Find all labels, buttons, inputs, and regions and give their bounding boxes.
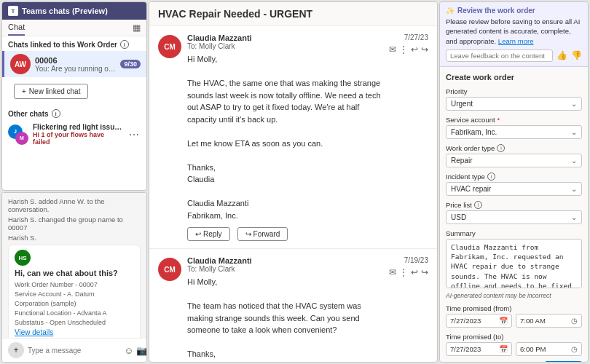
linked-chat-item[interactable]: AW 00006 You: Are you running on time? 9…	[2, 51, 146, 77]
system-msg-3: Harish S.	[8, 234, 141, 242]
filter-icon[interactable]: ▦	[133, 23, 141, 33]
price-list-select[interactable]: USD ⌄	[446, 210, 582, 224]
bubble-meta-3: Corporation (sample)	[15, 300, 134, 307]
sparkle-icon: ✨	[446, 7, 455, 15]
work-order-type-label-text: Work order type	[446, 144, 495, 152]
time-from-date-value: 7/27/2023	[450, 317, 481, 325]
email-to-1: To: Molly Clark	[187, 42, 383, 50]
email-icons-2: ✉ ⋮ ↩ ↪	[389, 267, 428, 277]
reply-quick-icon-1[interactable]: ↩	[411, 44, 418, 55]
summary-group: Summary Claudia Mazzanti from Fabrikam, …	[446, 229, 582, 299]
email-to-2: To: Molly Clark	[187, 265, 383, 273]
form-title: Create work order	[446, 73, 582, 82]
left-panel: T Teams chats (Preview) Chat ▦ Chats lin…	[1, 1, 147, 363]
email-panel-title: HVAC Repair Needed - URGENT	[149, 2, 437, 26]
forward-button-1[interactable]: ↪ Forward	[237, 227, 288, 241]
linked-info-icon[interactable]: i	[120, 40, 129, 49]
email-content-2: Claudia Mazzanti To: Molly Clark Hi Moll…	[187, 256, 383, 362]
summary-textarea[interactable]: Claudia Mazzanti from Fabrikam, Inc. req…	[446, 239, 582, 288]
time-from-time-value: 7:00 AM	[520, 317, 546, 325]
work-order-type-group: Work order type i Repair ⌄	[446, 144, 582, 167]
tab-chat[interactable]: Chat	[8, 20, 25, 36]
price-list-info-icon[interactable]: i	[474, 201, 482, 209]
work-order-type-label: Work order type i	[446, 144, 582, 152]
email-sender-1: Claudia Mazzanti	[187, 33, 383, 42]
work-order-type-info-icon[interactable]: i	[497, 144, 505, 152]
linked-chat-subtitle: You: Are you running on time?	[35, 65, 116, 73]
other-chat-item[interactable]: J M Flickering red light issue - Fl... H…	[2, 120, 146, 149]
forward-quick-icon-2[interactable]: ↪	[421, 267, 428, 277]
forward-icon-1: ↪	[245, 230, 251, 238]
incident-type-arrow-icon: ⌄	[571, 185, 577, 193]
more-icon-2[interactable]: ⋮	[399, 267, 408, 277]
work-order-type-select[interactable]: Repair ⌄	[446, 154, 582, 167]
incident-type-info-icon[interactable]: i	[487, 173, 495, 181]
time-to-group: Time promised (to) 7/27/2023 📅 6:00 PM ◷	[446, 333, 582, 356]
other-chat-title: Flickering red light issue - Fl...	[33, 123, 123, 131]
time-to-date-value: 7/27/2023	[450, 345, 481, 353]
thumbs-up-button[interactable]: 👍	[556, 50, 567, 60]
bookmark-icon-1[interactable]: ✉	[389, 44, 396, 55]
save-button[interactable]: Sa...	[545, 361, 582, 363]
email-list: CM Claudia Mazzanti To: Molly Clark Hi M…	[149, 26, 437, 362]
priority-value: Urgent	[451, 100, 473, 108]
message-input[interactable]	[28, 347, 120, 355]
bubble-greeting: Hi, can we chat about this?	[15, 268, 134, 279]
bookmark-icon-2[interactable]: ✉	[389, 267, 396, 277]
reply-button-1[interactable]: ↩ Reply	[187, 227, 230, 241]
bubble-meta-4: Functional Location - Advanta A	[15, 309, 134, 317]
email-meta-2: 7/19/23 ✉ ⋮ ↩ ↪	[389, 256, 428, 362]
other-chats-info-icon[interactable]: i	[52, 109, 60, 118]
other-chat-content: Flickering red light issue - Fl... Hi 1 …	[33, 123, 123, 146]
email-avatar-2: CM	[158, 258, 181, 281]
email-sender-2: Claudia Mazzanti	[187, 256, 383, 265]
more-icon-1[interactable]: ⋮	[399, 44, 408, 55]
view-details-link[interactable]: View details	[15, 328, 134, 336]
bubble-meta-2: Service Account - A. Datum	[15, 290, 134, 298]
bubble-meta-5: Substatus - Open Unscheduled	[15, 319, 134, 326]
service-account-group: Service account * Fabrikam, Inc. ⌄	[446, 116, 582, 139]
create-work-order-form: Create work order Priority Urgent ⌄ Serv…	[440, 67, 588, 363]
right-panel: ✨ Review the work order Please review be…	[439, 1, 589, 363]
thumbs-down-button[interactable]: 👎	[571, 50, 582, 60]
attach-icon[interactable]: 📷	[136, 345, 147, 356]
service-account-label-text: Service account	[446, 116, 495, 124]
reply-icon-1: ↩	[195, 230, 201, 238]
new-linked-chat-button[interactable]: + New linked chat	[14, 84, 88, 99]
time-from-date-input[interactable]: 7/27/2023 📅	[446, 314, 512, 328]
service-account-value: Fabrikam, Inc.	[451, 128, 497, 136]
forward-quick-icon-1[interactable]: ↪	[421, 44, 428, 55]
linked-chat-badge: 9/30	[120, 60, 141, 68]
time-to-label: Time promised (to)	[446, 333, 582, 341]
price-list-arrow-icon: ⌄	[571, 213, 577, 221]
emoji-icon[interactable]: ☺	[124, 345, 133, 356]
add-person-button[interactable]: +	[8, 342, 24, 358]
time-from-group: Time promised (from) 7/27/2023 📅 7:00 AM…	[446, 304, 582, 328]
email-meta-1: 7/27/23 ✉ ⋮ ↩ ↪	[389, 33, 428, 241]
incident-type-select[interactable]: HVAC repair ⌄	[446, 182, 582, 196]
time-to-date-input[interactable]: 7/27/2023 📅	[446, 342, 512, 356]
clock-icon-from: ◷	[571, 317, 578, 325]
priority-select[interactable]: Urgent ⌄	[446, 97, 582, 111]
linked-section-label: Chats linked to this Work Order	[8, 41, 117, 49]
email-body-2: Hi Molly, The team has noticed that the …	[187, 276, 383, 362]
time-to-time-input[interactable]: 6:00 PM ◷	[516, 342, 582, 356]
reply-quick-icon-2[interactable]: ↩	[411, 267, 418, 277]
chat-messages-area: Harish S. added Anne W. to the conversat…	[2, 193, 146, 338]
time-from-time-input[interactable]: 7:00 AM ◷	[516, 314, 582, 328]
other-chat-more-btn[interactable]: ⋯	[127, 127, 141, 142]
price-list-value: USD	[451, 213, 466, 221]
priority-group: Priority Urgent ⌄	[446, 87, 582, 111]
system-msg-2: Harish S. changed the group name to 0000…	[8, 215, 141, 232]
clock-icon-to: ◷	[571, 345, 578, 353]
feedback-input[interactable]	[446, 50, 553, 62]
review-title-text: Review the work order	[457, 7, 535, 15]
chat-tab-bar: Chat ▦	[2, 20, 146, 36]
service-account-select[interactable]: Fabrikam, Inc. ⌄	[446, 125, 582, 139]
email-avatar-1: CM	[158, 35, 181, 58]
teams-icon: T	[8, 6, 18, 16]
work-order-type-value: Repair	[451, 157, 472, 165]
new-chat-icon: +	[22, 87, 26, 95]
learn-more-link[interactable]: Learn more	[498, 37, 534, 45]
other-chat-avatar: J M	[8, 124, 28, 145]
